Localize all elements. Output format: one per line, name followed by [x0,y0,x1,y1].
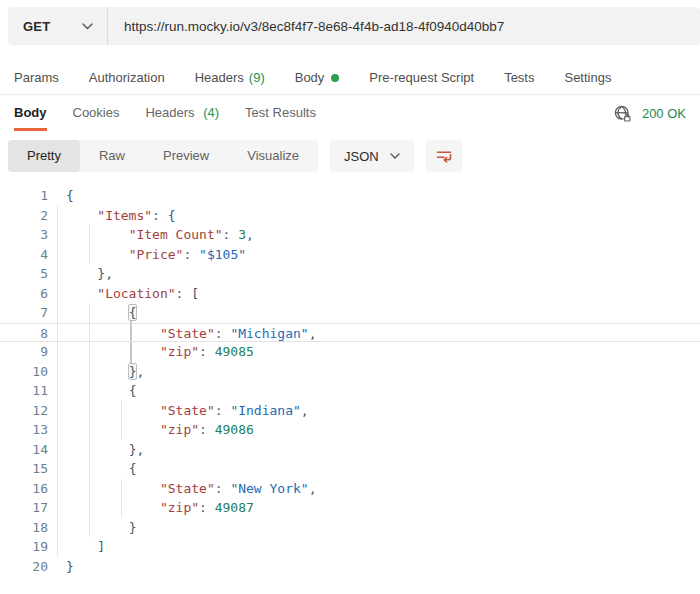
line-number: 16 [0,479,48,499]
line-number: 4 [0,245,48,265]
code-content: { [48,303,136,323]
line-number: 9 [0,342,48,362]
request-tab-params[interactable]: Params [14,70,59,85]
code-line: 16 "State": "New York", [0,479,700,499]
tab-label: Headers [195,70,244,85]
request-tab-tests[interactable]: Tests [504,70,534,85]
wrap-line-icon [435,147,453,165]
tab-count-badge: (4) [200,105,220,120]
line-number: 13 [0,420,48,440]
tab-count-badge: (9) [249,70,265,85]
code-line: 17 "zip": 49087 [0,498,700,518]
code-content: "Items": { [48,206,176,226]
code-content: } [48,518,136,538]
tab-label: Pre-request Script [369,70,474,85]
code-content: "State": "Indiana", [48,401,309,421]
code-content: "Price": "$105" [48,245,246,265]
code-line: 9 "zip": 49085 [0,342,700,362]
code-content: "Location": [ [48,284,199,304]
code-content: ] [48,537,105,557]
response-meta: 200 OK [613,101,686,123]
view-mode-preview[interactable]: Preview [144,140,228,172]
status-badge[interactable]: 200 OK [642,106,686,121]
line-number: 20 [0,557,48,577]
code-content: "zip": 49087 [48,498,254,518]
view-mode-raw[interactable]: Raw [80,140,144,172]
tab-label: Test Results [245,105,316,120]
code-line: 14 }, [0,440,700,460]
code-line: 12 "State": "Indiana", [0,401,700,421]
response-tab-headers[interactable]: Headers (4) [145,101,219,131]
code-line: 20} [0,557,700,577]
line-number: 2 [0,206,48,226]
code-line: 2 "Items": { [0,206,700,226]
code-line: 6 "Location": [ [0,284,700,304]
code-line: 18 } [0,518,700,538]
code-content: }, [48,362,144,382]
code-content: "Item Count": 3, [48,225,254,245]
code-content: { [48,381,136,401]
request-url-bar: GET https://run.mocky.io/v3/8ec8f4f7-8e6… [8,7,700,45]
chevron-down-icon [82,23,93,30]
code-line: 19 ] [0,537,700,557]
tab-label: Body [295,70,325,85]
view-mode-visualize[interactable]: Visualize [228,140,318,172]
code-line: 4 "Price": "$105" [0,245,700,265]
wrap-lines-button[interactable] [426,140,462,172]
line-number: 14 [0,440,48,460]
response-tab-test-results[interactable]: Test Results [245,101,316,131]
request-tab-headers[interactable]: Headers(9) [195,70,265,85]
code-line: 7 { [0,303,700,323]
code-line: 10 }, [0,362,700,382]
request-tab-body[interactable]: Body [295,70,340,85]
request-tab-authorization[interactable]: Authorization [89,70,165,85]
code-content: "State": "Michigan", [48,324,316,342]
line-number: 11 [0,381,48,401]
line-number: 12 [0,401,48,421]
tab-label: Headers [145,105,194,120]
line-number: 15 [0,459,48,479]
code-line: 13 "zip": 49086 [0,420,700,440]
response-tabs: BodyCookiesHeaders (4)Test Results [14,101,316,131]
line-number: 3 [0,225,48,245]
request-tab-pre-request-script[interactable]: Pre-request Script [369,70,474,85]
format-label: JSON [344,149,379,164]
view-mode-segmented-control: PrettyRawPreviewVisualize [8,140,318,172]
code-line: 15 { [0,459,700,479]
code-content: { [48,186,74,206]
tab-label: Body [14,105,47,120]
code-content: }, [48,264,113,284]
code-content: }, [48,440,144,460]
code-content: "zip": 49085 [48,342,254,362]
globe-lock-icon[interactable] [613,104,632,123]
response-body-editor[interactable]: 1{2 "Items": {3 "Item Count": 3,4 "Price… [0,186,700,578]
method-label: GET [23,19,50,34]
chevron-down-icon [390,153,400,159]
line-number: 18 [0,518,48,538]
view-mode-pretty[interactable]: Pretty [8,140,80,172]
tab-label: Authorization [89,70,165,85]
code-line: 3 "Item Count": 3, [0,225,700,245]
line-number: 10 [0,362,48,382]
line-number: 17 [0,498,48,518]
code-content: "zip": 49086 [48,420,254,440]
line-number: 6 [0,284,48,304]
code-content: { [48,459,136,479]
code-content: } [48,557,74,577]
format-select[interactable]: JSON [330,140,414,172]
tab-label: Settings [564,70,611,85]
response-tab-cookies[interactable]: Cookies [73,101,120,131]
line-number: 7 [0,303,48,323]
response-tab-body[interactable]: Body [14,101,47,131]
code-line: 8 "State": "Michigan", [0,323,700,343]
tab-label: Cookies [73,105,120,120]
response-view-bar: PrettyRawPreviewVisualize JSON [8,140,462,172]
method-select[interactable]: GET [8,7,108,45]
response-header-row: BodyCookiesHeaders (4)Test Results 200 O… [0,101,700,133]
url-input[interactable]: https://run.mocky.io/v3/8ec8f4f7-8e68-4f… [108,19,700,34]
code-line: 1{ [0,186,700,206]
line-number: 8 [0,324,48,342]
body-present-dot-icon [331,74,339,82]
request-tab-settings[interactable]: Settings [564,70,611,85]
code-content: "State": "New York", [48,479,316,499]
